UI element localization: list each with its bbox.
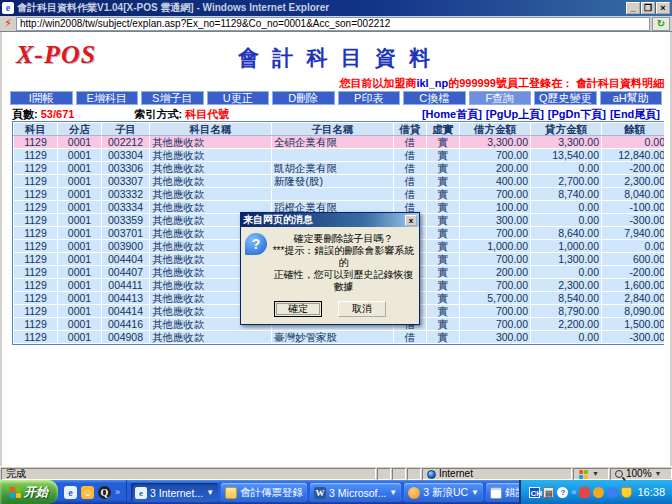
task-group-chevron-icon[interactable]: ▼ bbox=[471, 488, 479, 497]
cell-debit: 700.00 bbox=[460, 188, 531, 201]
ok-button[interactable]: 確定 bbox=[274, 301, 322, 317]
notepad-icon bbox=[490, 487, 502, 499]
menu-item-10[interactable]: aH幫助 bbox=[600, 91, 663, 105]
menu-item-4[interactable]: U更正 bbox=[207, 91, 270, 105]
column-header: 科目名稱 bbox=[150, 123, 272, 136]
cell-dc: 借 bbox=[394, 331, 427, 344]
cell-branch: 0001 bbox=[58, 292, 102, 305]
question-icon: ? bbox=[245, 233, 267, 255]
favicon-icon: ⚡ bbox=[2, 18, 14, 30]
cell-sub: 004404 bbox=[102, 253, 150, 266]
cell-re: 實 bbox=[427, 331, 460, 344]
menu-item-3[interactable]: S增子目 bbox=[141, 91, 204, 105]
merchant-id: ikl_np bbox=[416, 77, 448, 89]
table-header-row: 科目分店子目科目名稱子目名稱借貸虛實借方金額貸方金額餘額固 bbox=[14, 123, 665, 136]
task-group-chevron-icon[interactable]: ▼ bbox=[206, 488, 214, 497]
cell-dc: 借 bbox=[394, 188, 427, 201]
menu-item-2[interactable]: E增科目 bbox=[76, 91, 139, 105]
nav-link-3[interactable]: [PgDn下頁] bbox=[548, 107, 606, 121]
employee-number: 999999 bbox=[459, 77, 496, 89]
table-row[interactable]: 11290001003307其他應收款新隆發(股)借實400.002,700.0… bbox=[14, 175, 665, 188]
cell-credit: 3,300.00 bbox=[531, 136, 602, 149]
column-header: 虛實 bbox=[427, 123, 460, 136]
nav-link-4[interactable]: [End尾頁] bbox=[610, 107, 660, 121]
task-group-chevron-icon[interactable]: ▼ bbox=[389, 488, 397, 497]
uc-tray-icon[interactable] bbox=[607, 487, 618, 498]
close-button[interactable]: × bbox=[656, 2, 670, 14]
cell-sub: 003332 bbox=[102, 188, 150, 201]
menu-item-6[interactable]: P印表 bbox=[338, 91, 401, 105]
quicklaunch-messenger-icon[interactable]: ☺ bbox=[81, 486, 94, 499]
cell-credit: 2,200.00 bbox=[531, 318, 602, 331]
cell-branch: 0001 bbox=[58, 162, 102, 175]
cell-branch: 0001 bbox=[58, 305, 102, 318]
cell-re: 實 bbox=[427, 136, 460, 149]
chevron-down-icon: ▼ bbox=[592, 468, 599, 480]
nav-link-2[interactable]: [PgUp上頁] bbox=[486, 107, 544, 121]
taskbar-button[interactable]: W3 Microsof...▼ bbox=[310, 483, 401, 502]
cancel-button[interactable]: 取消 bbox=[338, 301, 386, 317]
task-label: 3 新浪UC bbox=[423, 486, 468, 500]
word-icon: W bbox=[314, 487, 326, 499]
cell-balance: -100.00 bbox=[602, 201, 665, 214]
cell-acc: 1129 bbox=[14, 188, 58, 201]
table-row[interactable]: 11290001003332其他應收款借實700.008,740.008,040… bbox=[14, 188, 665, 201]
language-indicator[interactable]: CH bbox=[529, 487, 540, 498]
taskbar-button[interactable]: 會計傳票登錄 bbox=[221, 483, 307, 502]
cell-re: 實 bbox=[427, 266, 460, 279]
nav-link-1[interactable]: [Home首頁] bbox=[422, 107, 482, 121]
menu-item-5[interactable]: D刪除 bbox=[272, 91, 335, 105]
quicklaunch-overflow-chevron-icon[interactable]: » bbox=[115, 487, 120, 497]
page-navigation: [Home首頁][PgUp上頁][PgDn下頁][End尾頁] bbox=[422, 107, 660, 121]
minimize-button[interactable]: _ bbox=[626, 2, 640, 14]
url-input[interactable] bbox=[17, 18, 649, 29]
ie-icon: e bbox=[135, 487, 147, 499]
zoom-control[interactable]: 100% ▼ bbox=[610, 468, 672, 480]
cell-re: 實 bbox=[427, 162, 460, 175]
dialog-close-icon[interactable]: x bbox=[405, 215, 417, 226]
login-status-line: 您目前以加盟商ikl_np的999999號員工登錄在： 會計科目資料明細 bbox=[339, 76, 664, 91]
status-mid: 的 bbox=[448, 77, 459, 89]
messenger-tray-icon[interactable] bbox=[579, 487, 590, 498]
cell-re: 實 bbox=[427, 188, 460, 201]
table-row[interactable]: 11290001003306其他應收款凱胡企業有限借實200.000.00-20… bbox=[14, 162, 665, 175]
cell-credit: 0.00 bbox=[531, 201, 602, 214]
tray-collapse-chevron-icon[interactable]: « bbox=[571, 487, 576, 497]
cell-sub: 003359 bbox=[102, 214, 150, 227]
quicklaunch-ie-icon[interactable]: e bbox=[64, 486, 77, 499]
windows-logo-icon bbox=[10, 487, 21, 498]
start-button[interactable]: 开始 bbox=[0, 480, 58, 504]
security-zone-pane: Internet bbox=[422, 468, 572, 480]
window-titlebar: e 會計科目資料作業V1.04[X-POS 雲通網] - Windows Int… bbox=[0, 0, 672, 16]
menu-item-1[interactable]: I開帳 bbox=[10, 91, 73, 105]
printer-icon[interactable]: ▤ bbox=[543, 487, 554, 498]
refresh-icon[interactable]: ↻ bbox=[652, 17, 670, 31]
cell-sub_name: 新隆發(股) bbox=[272, 175, 394, 188]
menu-item-8[interactable]: F查詢 bbox=[469, 91, 532, 105]
cell-acc: 1129 bbox=[14, 162, 58, 175]
cell-credit: 1,000.00 bbox=[531, 240, 602, 253]
cell-balance: -300.00 bbox=[602, 331, 665, 344]
taskbar-button[interactable]: 3 新浪UC▼ bbox=[404, 483, 483, 502]
help-icon[interactable]: ? bbox=[557, 487, 568, 498]
table-row[interactable]: 11290001003304其他應收款借實700.0013,540.0012,8… bbox=[14, 149, 665, 162]
taskbar-button[interactable]: 錯誤.txt - ... bbox=[486, 483, 519, 502]
screen: e 會計科目資料作業V1.04[X-POS 雲通網] - Windows Int… bbox=[0, 0, 672, 504]
menu-item-7[interactable]: C換檔 bbox=[403, 91, 466, 105]
cell-branch: 0001 bbox=[58, 175, 102, 188]
update-tray-icon[interactable] bbox=[593, 487, 604, 498]
cell-re: 實 bbox=[427, 240, 460, 253]
cell-sub: 004416 bbox=[102, 318, 150, 331]
table-row[interactable]: 11290001002212其他應收款全碩企業有限借實3,300.003,300… bbox=[14, 136, 665, 149]
maximize-button[interactable]: ❐ bbox=[641, 2, 655, 14]
shield-icon[interactable] bbox=[621, 487, 632, 498]
cell-branch: 0001 bbox=[58, 318, 102, 331]
cell-re: 實 bbox=[427, 214, 460, 227]
quicklaunch-qq-icon[interactable]: Q bbox=[98, 486, 111, 499]
table-row[interactable]: 11290001004908其他應收款臺灣妙管家股借實300.000.00-30… bbox=[14, 331, 665, 344]
cell-sub: 002212 bbox=[102, 136, 150, 149]
taskbar-button[interactable]: e3 Internet...▼ bbox=[131, 483, 218, 502]
protected-mode-pane[interactable]: ▼ bbox=[573, 468, 609, 480]
menu-item-9[interactable]: Q歷史變更 bbox=[534, 91, 597, 105]
status-pane-2 bbox=[392, 468, 406, 480]
